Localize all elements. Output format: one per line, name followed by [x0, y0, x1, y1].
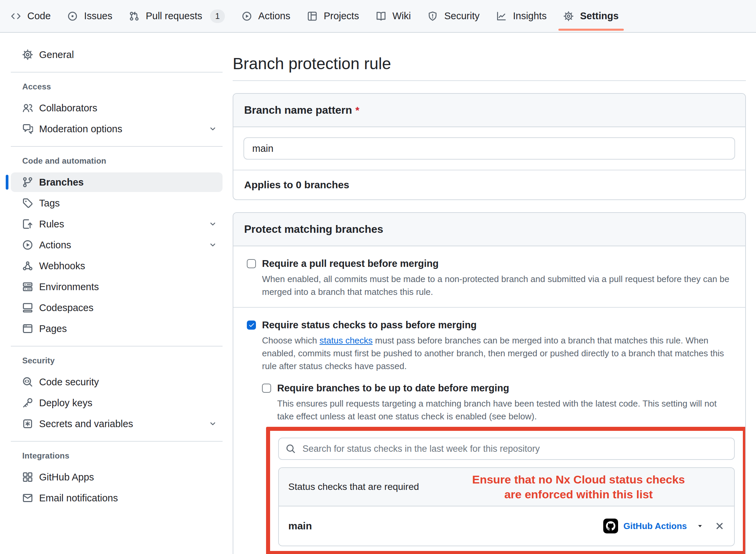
tab-issues[interactable]: Issues [62, 0, 118, 32]
sidebar-item-github-apps[interactable]: GitHub Apps [11, 467, 223, 487]
sidebar-item-label: Branches [39, 177, 217, 188]
protect-matching-branches-title: Protect matching branches [244, 223, 383, 235]
repo-tab-bar: Code Issues Pull requests 1 Actions Proj… [0, 0, 756, 33]
github-actions-avatar [603, 519, 618, 533]
git-branch-icon [22, 177, 33, 188]
tab-label: Actions [258, 10, 290, 22]
sidebar-divider [11, 346, 223, 347]
code-icon [11, 11, 21, 21]
require-status-checks-label: Require status checks to pass before mer… [262, 319, 477, 331]
annotation-line-2: are enforced within this list [433, 487, 725, 502]
sidebar-item-tags[interactable]: Tags [11, 193, 223, 213]
required-status-checks-title: Status checks that are required [288, 481, 419, 492]
sidebar-item-actions[interactable]: Actions [11, 235, 223, 255]
sidebar-item-secrets-variables[interactable]: Secrets and variables [11, 414, 223, 434]
require-pr-checkbox[interactable] [247, 259, 256, 268]
title-divider [233, 80, 746, 81]
chevron-down-icon[interactable] [208, 241, 217, 249]
sidebar-item-label: Rules [39, 219, 202, 230]
remove-status-check-icon[interactable] [715, 521, 725, 531]
sidebar-item-codespaces[interactable]: Codespaces [11, 298, 223, 317]
tab-label: Code [27, 10, 51, 22]
sidebar-item-webhooks[interactable]: Webhooks [11, 256, 223, 276]
webhook-icon [22, 260, 33, 271]
sidebar-item-label: Collaborators [39, 103, 217, 114]
sidebar-item-label: Actions [39, 240, 202, 251]
branch-name-pattern-input[interactable] [243, 137, 735, 160]
require-status-checks-section: Require status checks to pass before mer… [233, 307, 745, 554]
triangle-down-icon[interactable] [696, 522, 704, 530]
require-status-checks-description: Choose which status checks must pass bef… [262, 334, 732, 372]
sidebar-item-pages[interactable]: Pages [11, 319, 223, 338]
required-status-checks-header: Status checks that are required Ensure t… [279, 468, 734, 506]
required-status-checks-list: Status checks that are required Ensure t… [278, 467, 735, 546]
status-check-name: main [288, 520, 603, 532]
sidebar-item-label: Secrets and variables [39, 418, 202, 430]
status-check-row: main GitHub Actions [279, 506, 734, 546]
play-icon [242, 11, 252, 21]
git-pull-request-icon [129, 11, 139, 21]
shield-icon [428, 11, 438, 21]
pull-requests-count-badge: 1 [210, 9, 225, 23]
page-title: Branch protection rule [233, 54, 746, 73]
tab-code[interactable]: Code [5, 0, 56, 32]
sidebar-item-label: Deploy keys [39, 397, 217, 409]
require-status-checks-checkbox[interactable] [247, 321, 256, 330]
tab-projects[interactable]: Projects [301, 0, 365, 32]
github-actions-link[interactable]: GitHub Actions [623, 521, 687, 531]
annotation-text: Ensure that no Nx Cloud status checks ar… [419, 472, 725, 502]
branch-name-pattern-card: Branch name pattern* Applies to 0 branch… [233, 93, 746, 200]
sidebar-item-rules[interactable]: Rules [11, 214, 223, 234]
tab-wiki[interactable]: Wiki [370, 0, 417, 32]
tab-pull-requests[interactable]: Pull requests 1 [123, 0, 231, 32]
table-icon [307, 11, 317, 21]
annotation-line-1: Ensure that no Nx Cloud status checks [433, 472, 725, 487]
require-pr-description: When enabled, all commits must be made t… [262, 273, 732, 298]
sidebar-item-collaborators[interactable]: Collaborators [11, 98, 223, 118]
status-check-search-input[interactable] [302, 443, 727, 454]
tab-actions[interactable]: Actions [236, 0, 296, 32]
settings-sidebar: General Access Collaborators Moderation … [0, 33, 233, 509]
rules-icon [22, 219, 33, 229]
chevron-down-icon[interactable] [208, 124, 217, 133]
mail-icon [22, 493, 33, 503]
tab-label: Insights [513, 10, 547, 22]
sidebar-item-label: Email notifications [39, 493, 217, 504]
require-up-to-date-description: This ensures pull requests targeting a m… [277, 397, 732, 423]
tab-label: Issues [84, 10, 112, 22]
sidebar-item-moderation-options[interactable]: Moderation options [11, 119, 223, 139]
codescan-icon [22, 377, 33, 387]
sidebar-item-deploy-keys[interactable]: Deploy keys [11, 393, 223, 413]
people-icon [22, 103, 33, 113]
sidebar-divider [11, 441, 223, 442]
chevron-down-icon[interactable] [208, 419, 217, 428]
sidebar-item-label: Codespaces [39, 302, 217, 313]
browser-icon [22, 323, 33, 334]
tab-settings[interactable]: Settings [558, 0, 624, 32]
apps-grid-icon [22, 472, 33, 482]
sidebar-item-label: General [39, 49, 217, 60]
require-up-to-date-checkbox[interactable] [262, 384, 271, 393]
graph-icon [496, 11, 506, 21]
sidebar-item-email-notifications[interactable]: Email notifications [11, 488, 223, 508]
sidebar-item-label: Pages [39, 323, 217, 334]
sidebar-section-security: Security [22, 356, 223, 365]
book-icon [376, 11, 386, 21]
tab-label: Projects [324, 10, 359, 22]
applies-to-branches-text: Applies to 0 branches [233, 170, 745, 199]
sidebar-item-code-security[interactable]: Code security [11, 372, 223, 392]
tab-security[interactable]: Security [422, 0, 485, 32]
chevron-down-icon[interactable] [208, 220, 217, 228]
sidebar-item-general[interactable]: General [11, 45, 223, 64]
sidebar-item-branches[interactable]: Branches [11, 172, 223, 192]
server-icon [22, 281, 33, 292]
sidebar-divider [11, 146, 223, 147]
status-check-search [278, 438, 735, 460]
tag-icon [22, 198, 33, 209]
status-checks-link[interactable]: status checks [320, 335, 373, 345]
tab-label: Wiki [392, 10, 411, 22]
tab-label: Security [444, 10, 479, 22]
sidebar-item-environments[interactable]: Environments [11, 277, 223, 297]
tab-insights[interactable]: Insights [491, 0, 552, 32]
annotation-highlight-box: Status checks that are required Ensure t… [266, 427, 746, 554]
